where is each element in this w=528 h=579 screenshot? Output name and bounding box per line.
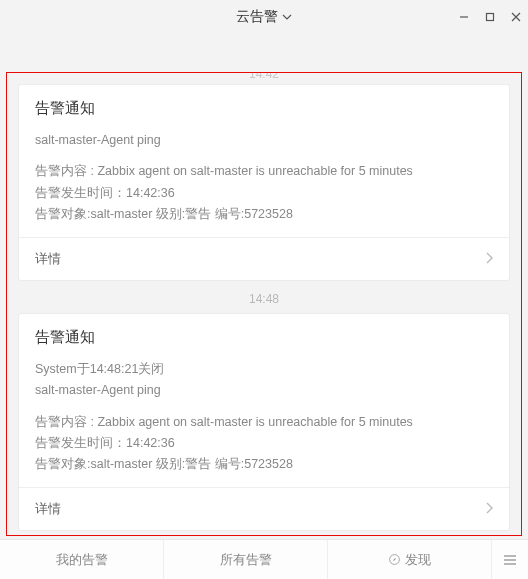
close-button[interactable] — [510, 11, 522, 23]
card-title: 告警通知 — [35, 99, 493, 118]
highlight-frame: 14:42 告警通知 salt-master-Agent ping 告警内容 :… — [6, 72, 522, 536]
title-dropdown[interactable]: 云告警 — [236, 8, 292, 26]
app-title: 云告警 — [236, 8, 278, 26]
card-body: 告警通知 System于14:48:21关闭 salt-master-Agent… — [19, 314, 509, 487]
alert-card: 告警通知 System于14:48:21关闭 salt-master-Agent… — [19, 314, 509, 530]
chevron-down-icon — [282, 14, 292, 20]
alert-subtitle: salt-master-Agent ping — [35, 380, 493, 401]
timestamp-separator: 14:48 — [7, 292, 521, 306]
tab-label: 发现 — [405, 551, 431, 569]
menu-button[interactable] — [492, 540, 528, 579]
chevron-right-icon — [485, 252, 493, 267]
alert-card: 告警通知 salt-master-Agent ping 告警内容 : Zabbi… — [19, 85, 509, 280]
menu-icon — [503, 554, 517, 566]
alert-time: 告警发生时间：14:42:36 — [35, 433, 493, 454]
bottom-tabs: 我的告警 所有告警 发现 — [0, 539, 528, 579]
alert-subtitle: salt-master-Agent ping — [35, 130, 493, 151]
tab-label: 所有告警 — [220, 551, 272, 569]
svg-rect-1 — [487, 14, 494, 21]
alert-closed-line: System于14:48:21关闭 — [35, 359, 493, 380]
details-label: 详情 — [35, 250, 61, 268]
details-button[interactable]: 详情 — [19, 237, 509, 280]
alert-content: 告警内容 : Zabbix agent on salt-master is un… — [35, 412, 493, 433]
alert-content: 告警内容 : Zabbix agent on salt-master is un… — [35, 161, 493, 182]
tab-label: 我的告警 — [56, 551, 108, 569]
details-button[interactable]: 详情 — [19, 487, 509, 530]
details-label: 详情 — [35, 500, 61, 518]
window-header: 云告警 — [0, 0, 528, 34]
tab-all-alerts[interactable]: 所有告警 — [164, 540, 328, 579]
alert-time: 告警发生时间：14:42:36 — [35, 183, 493, 204]
maximize-button[interactable] — [484, 11, 496, 23]
compass-icon — [388, 553, 401, 566]
card-title: 告警通知 — [35, 328, 493, 347]
tab-my-alerts[interactable]: 我的告警 — [0, 540, 164, 579]
timestamp-separator: 14:42 — [7, 72, 521, 81]
tab-discover[interactable]: 发现 — [328, 540, 492, 579]
minimize-button[interactable] — [458, 11, 470, 23]
alert-target: 告警对象:salt-master 级别:警告 编号:5723528 — [35, 454, 493, 475]
chevron-right-icon — [485, 502, 493, 517]
window-controls — [458, 0, 522, 34]
card-body: 告警通知 salt-master-Agent ping 告警内容 : Zabbi… — [19, 85, 509, 237]
alert-target: 告警对象:salt-master 级别:警告 编号:5723528 — [35, 204, 493, 225]
